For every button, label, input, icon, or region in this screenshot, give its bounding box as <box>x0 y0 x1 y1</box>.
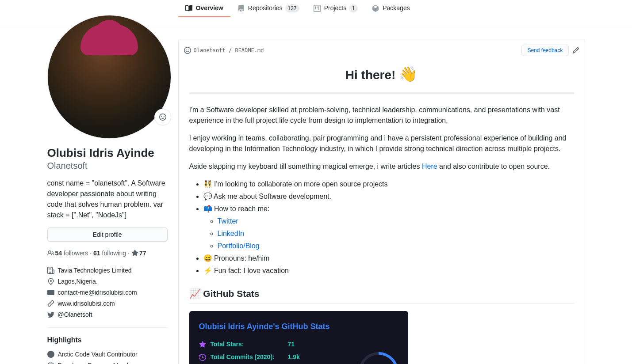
organization-icon <box>47 267 54 274</box>
followers-link[interactable]: 54 followers <box>55 249 88 258</box>
bullet-funfact: ⚡ Fun fact: I love vacation <box>203 265 574 276</box>
reach-linkedin-link[interactable]: LinkedIn <box>218 230 245 237</box>
github-stats-card: Olubisi Idris Ayinde's GitHub Stats Tota… <box>189 311 408 364</box>
highlight-arctic[interactable]: Arctic Code Vault Contributor <box>47 349 168 360</box>
avatar[interactable] <box>47 15 171 139</box>
bio: const name = "olanetsoft". A Software de… <box>47 178 168 220</box>
link-icon <box>47 300 54 307</box>
profile-sidebar: Olubisi Idris Ayinde Olanetsoft const na… <box>47 28 178 364</box>
bullet-collaborate: 👯 I'm looking to collaborate on more ope… <box>203 179 574 190</box>
follow-stats: 54 followers · 61 following · 77 <box>47 249 168 258</box>
star-icon <box>131 250 138 257</box>
twitter-link[interactable]: @Olanetsoft <box>58 310 92 319</box>
projects-counter: 1 <box>349 4 358 12</box>
mail-icon <box>47 289 54 296</box>
tab-packages[interactable]: Packages <box>365 0 417 17</box>
stat-commits: Total Commits (2020):1.9k <box>199 353 341 362</box>
profile-tabs: Overview Repositories 137 Projects 1 Pac… <box>178 0 417 17</box>
edit-profile-button[interactable]: Edit profile <box>47 228 168 242</box>
avatar-container <box>47 15 171 139</box>
tab-repositories[interactable]: Repositories 137 <box>230 0 306 17</box>
readme-divider <box>189 92 574 94</box>
bullet-reach: 📫 How to reach me: Twitter LinkedIn Port… <box>203 204 574 251</box>
vcard-details: Tavia Technologies Limited Lagos,Nigeria… <box>47 265 168 320</box>
stats-heading: 📈 GitHub Stats <box>189 287 574 304</box>
profile-readme: Olanetsoft / README.md Send feedback Hi … <box>178 39 585 364</box>
tab-projects[interactable]: Projects 1 <box>306 0 365 17</box>
edit-readme-button[interactable] <box>572 47 579 54</box>
main-content: Olanetsoft / README.md Send feedback Hi … <box>178 39 585 364</box>
location-icon <box>47 278 54 285</box>
vcard-twitter: @Olanetsoft <box>47 309 168 320</box>
stat-stars: Total Stars:71 <box>199 340 341 349</box>
repo-counter: 137 <box>285 4 299 12</box>
snowflake-icon <box>47 351 54 358</box>
set-status-button[interactable] <box>154 109 171 125</box>
readme-greeting: Hi there! 👋 <box>189 63 574 85</box>
tab-overview[interactable]: Overview <box>178 0 230 17</box>
readme-intro-3: Aside slapping my keyboard till somethin… <box>189 161 574 172</box>
history-icon <box>199 354 206 361</box>
following-link[interactable]: 61 following <box>93 249 126 258</box>
username: Olanetsoft <box>47 160 168 171</box>
vcard-location: Lagos,Nigeria. <box>47 276 168 287</box>
readme-path[interactable]: Olanetsoft / README.md <box>184 46 264 54</box>
vcard-company: Tavia Technologies Limited <box>47 265 168 276</box>
readme-intro-1: I'm a Software developer skilled at prob… <box>189 105 574 126</box>
stats-card-title: Olubisi Idris Ayinde's GitHub Stats <box>199 321 398 333</box>
articles-link[interactable]: Here <box>422 163 437 170</box>
grade-ring: A++ <box>350 344 406 364</box>
website-link[interactable]: www.idrisolubisi.com <box>58 299 115 308</box>
smiley-icon <box>159 114 166 121</box>
highlight-developer[interactable]: Developer Program Member <box>47 360 168 364</box>
tab-projects-label: Projects <box>324 4 347 13</box>
cpu-icon <box>47 362 54 364</box>
bullet-ask: 💬 Ask me about Software development. <box>203 191 574 202</box>
wave-emoji: 👋 <box>399 66 418 82</box>
readme-intro-2: I enjoy working in teams, collaborating,… <box>189 133 574 154</box>
send-feedback-button[interactable]: Send feedback <box>521 45 568 56</box>
tab-repositories-label: Repositories <box>248 4 283 13</box>
reach-twitter-link[interactable]: Twitter <box>218 217 238 225</box>
highlights-title: Highlights <box>47 327 168 345</box>
highlights-section: Highlights Arctic Code Vault Contributor… <box>47 327 168 364</box>
vcard-email: contact-me@idrisolubisi.com <box>47 287 168 298</box>
smiley-icon <box>184 47 191 54</box>
reach-portfolio-link[interactable]: Portfolio/Blog <box>218 242 260 250</box>
email-link[interactable]: contact-me@idrisolubisi.com <box>58 288 137 297</box>
vcard-website: www.idrisolubisi.com <box>47 298 168 309</box>
star-icon <box>199 341 206 348</box>
stars-link[interactable]: 77 <box>139 249 146 258</box>
tab-overview-label: Overview <box>196 4 223 13</box>
twitter-icon <box>47 312 54 318</box>
full-name: Olubisi Idris Ayinde <box>47 146 168 160</box>
bullet-pronouns: 😄 Pronouns: he/him <box>203 253 574 264</box>
tab-packages-label: Packages <box>383 4 410 13</box>
people-icon <box>47 250 54 257</box>
